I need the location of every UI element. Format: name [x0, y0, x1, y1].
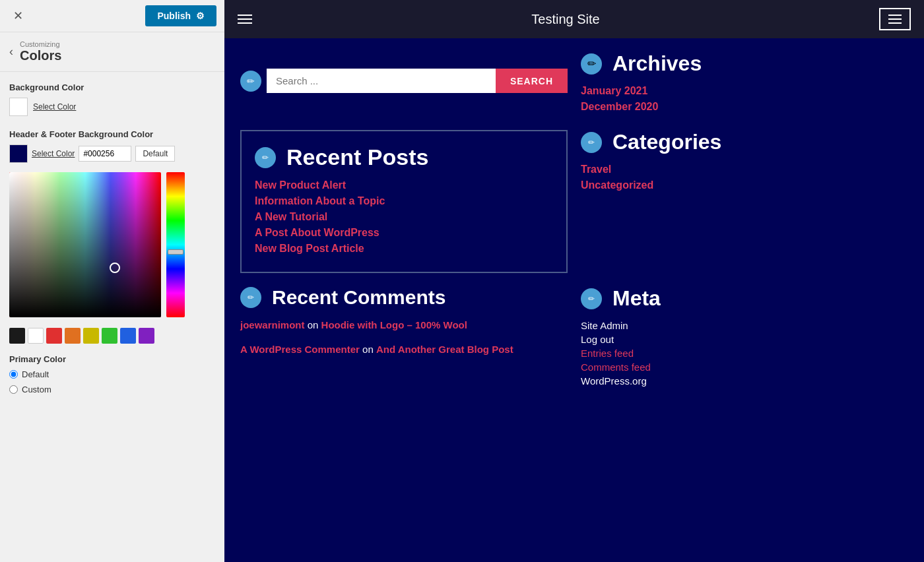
radio-default-row: Default	[9, 369, 215, 379]
hf-color-swatch[interactable]	[9, 144, 28, 163]
search-edit-pencil[interactable]: ✏	[240, 71, 261, 92]
recent-posts-title-row: ✏ Recent Posts	[255, 144, 553, 170]
search-input-wrap: SEARCH	[267, 69, 568, 93]
breadcrumb: ‹ Customizing Colors	[0, 32, 224, 72]
comment-post-0[interactable]: Hoodie with Logo – 100% Wool	[321, 319, 467, 330]
swatch-green[interactable]	[102, 328, 117, 344]
swatch-blue[interactable]	[120, 328, 136, 344]
categories-edit-pencil[interactable]: ✏	[581, 132, 602, 153]
archives-title-row: ✏ Archives	[581, 51, 908, 76]
archives-title: Archives	[612, 51, 702, 76]
site-title: Testing Site	[531, 12, 599, 27]
meta-comments-feed[interactable]: Comments feed	[581, 361, 908, 373]
swatches-row	[9, 328, 215, 344]
recent-comments-section: ✏ Recent Comments joewarnimont on Hoodie…	[240, 286, 568, 389]
swatch-black[interactable]	[9, 328, 25, 344]
recent-comments-title-row: ✏ Recent Comments	[240, 286, 568, 309]
comment-1: A WordPress Commenter on And Another Gre…	[240, 342, 568, 358]
gear-icon: ⚙	[196, 11, 205, 21]
site-topbar: Testing Site	[224, 0, 924, 38]
archives-section: ✏ Archives January 2021 December 2020	[581, 51, 908, 117]
posts-edit-pencil[interactable]: ✏	[255, 147, 276, 168]
meta-title-row: ✏ Meta	[581, 286, 908, 311]
meta-title: Meta	[612, 286, 661, 311]
swatch-orange[interactable]	[65, 328, 81, 344]
comments-edit-pencil[interactable]: ✏	[240, 287, 261, 308]
meta-edit-pencil[interactable]: ✏	[581, 288, 602, 309]
comment-0: joewarnimont on Hoodie with Logo – 100% …	[240, 318, 568, 333]
hamburger-left-icon[interactable]	[238, 15, 252, 24]
search-button[interactable]: SEARCH	[496, 69, 568, 93]
comments-pencil-icon: ✏	[248, 293, 254, 302]
archives-pencil-icon: ✏	[587, 57, 596, 70]
comment-on-0: on	[308, 319, 321, 330]
comment-author-1[interactable]: A WordPress Commenter	[240, 344, 360, 355]
meta-section: ✏ Meta Site Admin Log out Entries feed C…	[581, 286, 908, 389]
radio-custom[interactable]	[9, 385, 18, 394]
radio-default[interactable]	[9, 370, 18, 379]
hf-color-row: Select Color Default	[9, 144, 215, 163]
post-link-4[interactable]: New Blog Post Article	[255, 243, 553, 255]
meta-log-out[interactable]: Log out	[581, 334, 908, 345]
back-button[interactable]: ‹	[9, 45, 13, 59]
radio-custom-row: Custom	[9, 385, 215, 394]
site-preview: Testing Site ✏ SEARCH ✏ Archives Janu	[224, 0, 924, 562]
meta-entries-feed[interactable]: Entries feed	[581, 348, 908, 359]
hf-select-color-button[interactable]: Select Color	[32, 149, 75, 158]
post-link-3[interactable]: A Post About WordPress	[255, 227, 553, 239]
category-travel[interactable]: Travel	[581, 164, 908, 175]
swatch-purple[interactable]	[139, 328, 154, 344]
archives-jan-2021[interactable]: January 2021	[581, 85, 908, 97]
publish-label: Publish	[157, 11, 191, 21]
archives-dec-2020[interactable]: December 2020	[581, 101, 908, 113]
recent-posts-title: Recent Posts	[286, 144, 428, 170]
radio-custom-label[interactable]: Custom	[22, 385, 51, 394]
search-section: ✏ SEARCH	[240, 51, 568, 110]
breadcrumb-parent: Customizing	[20, 40, 61, 48]
archives-edit-pencil[interactable]: ✏	[581, 53, 602, 75]
swatch-white[interactable]	[28, 328, 44, 344]
search-input[interactable]	[267, 69, 496, 93]
hamburger-right-icon[interactable]	[879, 8, 911, 30]
swatch-red[interactable]	[46, 328, 62, 344]
categories-title-row: ✏ Categories	[581, 130, 908, 154]
top-bar: ✕ Publish ⚙	[0, 0, 224, 32]
primary-color-title: Primary Color	[9, 354, 215, 364]
customizer-panel: ✕ Publish ⚙ ‹ Customizing Colors Backgro…	[0, 0, 224, 562]
publish-button[interactable]: Publish ⚙	[145, 5, 216, 26]
comment-author-0[interactable]: joewarnimont	[240, 319, 305, 330]
bg-color-row: Select Color	[9, 98, 215, 116]
posts-pencil-icon: ✏	[262, 153, 269, 162]
comment-post-1[interactable]: And Another Great Blog Post	[376, 344, 513, 355]
primary-color-section: Primary Color Default Custom	[9, 354, 215, 394]
comment-on-1: on	[362, 344, 376, 355]
meta-site-admin[interactable]: Site Admin	[581, 320, 908, 331]
close-button[interactable]: ✕	[8, 6, 28, 26]
color-gradient-picker[interactable]	[9, 172, 161, 317]
radio-default-label[interactable]: Default	[22, 369, 49, 379]
pencil-icon: ✏	[247, 76, 255, 86]
post-link-0[interactable]: New Product Alert	[255, 179, 553, 191]
meta-pencil-icon: ✏	[588, 294, 595, 303]
default-button[interactable]: Default	[135, 146, 175, 162]
breadcrumb-current: Colors	[20, 48, 61, 63]
recent-posts-section: ✏ Recent Posts New Product Alert Informa…	[240, 130, 568, 273]
categories-title: Categories	[612, 130, 721, 154]
recent-comments-title: Recent Comments	[272, 286, 446, 309]
hue-thumb	[168, 249, 183, 255]
categories-pencil-icon: ✏	[588, 138, 595, 147]
bg-color-swatch[interactable]	[9, 98, 28, 116]
post-link-1[interactable]: Information About a Topic	[255, 195, 553, 207]
meta-wordpress-org[interactable]: WordPress.org	[581, 375, 908, 387]
category-uncategorized[interactable]: Uncategorized	[581, 179, 908, 191]
swatch-yellow[interactable]	[83, 328, 99, 344]
color-picker	[9, 172, 215, 317]
site-content: ✏ SEARCH ✏ Archives January 2021 Decembe…	[224, 38, 924, 562]
panel-content: Background Color Select Color Header & F…	[0, 72, 224, 562]
categories-section: ✏ Categories Travel Uncategorized	[581, 130, 908, 273]
bg-select-color-button[interactable]: Select Color	[33, 102, 76, 111]
post-link-2[interactable]: A New Tutorial	[255, 211, 553, 223]
hue-slider[interactable]	[166, 172, 185, 317]
bg-color-title: Background Color	[9, 82, 215, 92]
hex-input[interactable]	[79, 146, 131, 162]
